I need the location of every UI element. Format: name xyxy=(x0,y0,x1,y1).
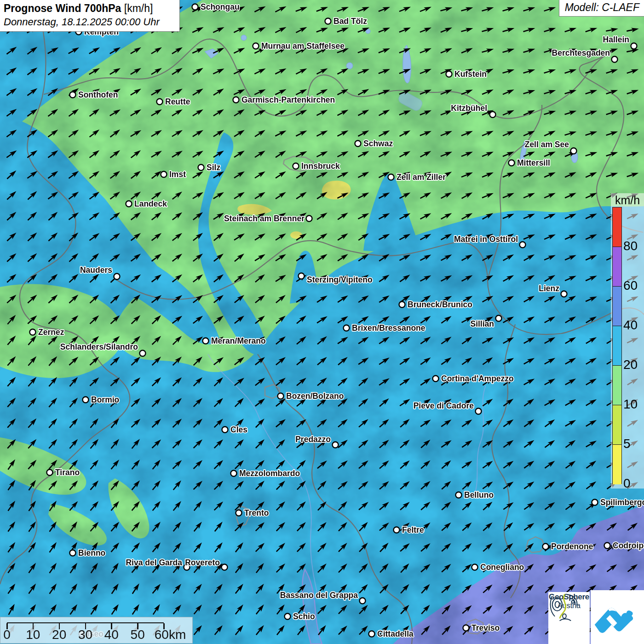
legend-color-bar xyxy=(612,207,622,484)
city-label: Pieve di Cadore xyxy=(414,401,474,410)
city-marker xyxy=(612,57,618,63)
geosphere-logo-box: GeoSphere Austria xyxy=(548,592,590,644)
city-marker xyxy=(140,351,146,356)
geosphere-contour-icon xyxy=(548,592,580,621)
city-marker xyxy=(433,376,439,382)
city-label: Tirano xyxy=(55,468,80,477)
city-marker xyxy=(157,99,163,105)
legend-segment xyxy=(613,326,621,366)
city-marker xyxy=(604,543,610,549)
city-label: Innsbruck xyxy=(301,161,340,171)
city-marker xyxy=(222,564,228,570)
legend-segment xyxy=(613,405,621,445)
city-label: Predazzo xyxy=(295,435,331,444)
city-label: Codroipo xyxy=(613,541,644,550)
city-marker xyxy=(231,471,237,477)
wind-map-canvas: SchongauBad TölzKemptenMurnau am Staffel… xyxy=(0,0,644,644)
scale-label: 10 xyxy=(26,627,40,642)
city-marker xyxy=(306,216,312,222)
city-marker xyxy=(476,408,482,414)
legend-segment xyxy=(613,366,621,405)
legend-segment xyxy=(613,247,621,287)
mountain-cloud-icon xyxy=(591,590,635,634)
city-label: Bormio xyxy=(91,395,119,404)
city-label: Kitzbühel xyxy=(451,104,487,113)
city-label: Riva del Garda xyxy=(126,558,182,567)
map-title-main: Prognose Wind 700hPa xyxy=(4,2,121,14)
lake-small xyxy=(241,35,247,40)
city-marker xyxy=(325,18,331,24)
city-marker xyxy=(520,242,526,248)
city-label: Conegliano xyxy=(480,563,524,572)
city-label: Cles xyxy=(230,425,247,434)
city-label: Bozen/Bolzano xyxy=(286,391,344,401)
scale-label: 50 xyxy=(131,627,145,642)
map-scale-bar: 0102030405060km xyxy=(0,617,193,644)
city-label: Nauders xyxy=(80,265,112,275)
scale-label: 0 xyxy=(3,627,11,642)
city-marker xyxy=(394,527,400,533)
city-label: Meran/Merano xyxy=(211,336,266,345)
city-label: Zernez xyxy=(38,328,64,337)
city-label: Silz xyxy=(207,163,220,172)
legend-tick-label: 40 xyxy=(623,318,638,333)
city-marker xyxy=(222,427,228,433)
city-label: Schlanders/Silandro xyxy=(60,342,138,351)
city-label: Zell am Ziller xyxy=(397,172,446,182)
city-marker xyxy=(114,274,120,280)
city-marker xyxy=(161,172,167,178)
city-label: Steinach am Brenner xyxy=(224,214,305,223)
legend-segment xyxy=(613,445,621,484)
scale-label: 20 xyxy=(52,627,66,642)
city-label: Reutte xyxy=(165,97,190,106)
city-marker xyxy=(333,442,339,448)
city-marker xyxy=(631,43,637,49)
city-marker xyxy=(192,4,198,10)
scale-label: 30 xyxy=(78,627,92,642)
city-label: Zell am See xyxy=(525,140,569,149)
legend-tick-label: 60 xyxy=(623,278,638,293)
legend-segment xyxy=(613,207,621,247)
city-marker xyxy=(496,316,502,322)
wind-speed-legend: km/h 806040201050 xyxy=(611,193,644,489)
city-marker xyxy=(592,500,598,506)
legend-tick-label: 5 xyxy=(623,437,631,451)
city-label: Trento xyxy=(244,508,269,518)
city-label: Schwaz xyxy=(363,139,393,148)
city-marker xyxy=(344,325,350,331)
city-marker xyxy=(490,112,496,118)
city-label: Bassano del Grappa xyxy=(280,591,358,600)
city-label: Pordenone xyxy=(551,542,593,551)
map-valid-time: Donnerstag, 18.12.2025 00:00 Uhr xyxy=(4,16,175,28)
city-marker xyxy=(355,141,361,147)
city-marker xyxy=(236,510,242,516)
city-marker xyxy=(472,564,478,570)
city-label: Matrei in Osttirol xyxy=(454,235,518,244)
city-label: Murnau am Staffelsee xyxy=(261,41,345,51)
partner-logo-box xyxy=(591,590,644,644)
city-label: Landeck xyxy=(134,199,167,208)
city-marker xyxy=(203,338,209,344)
legend-tick-label: 20 xyxy=(623,357,638,372)
lake-walchensee xyxy=(346,63,353,69)
city-label: Garmisch-Partenkirchen xyxy=(242,95,335,104)
city-marker xyxy=(388,174,394,180)
city-marker xyxy=(30,329,36,335)
city-label: Sterzing/Vipiteno xyxy=(307,275,373,284)
city-marker xyxy=(456,492,462,498)
city-marker xyxy=(369,631,375,637)
city-marker xyxy=(285,614,291,620)
city-label: Feltre xyxy=(402,525,424,535)
city-marker xyxy=(299,273,305,279)
city-label: Bad Tölz xyxy=(334,17,367,26)
scale-label: 40 xyxy=(104,627,119,642)
city-label: Schio xyxy=(293,612,315,621)
city-label: Schongau xyxy=(201,2,240,12)
city-label: Belluno xyxy=(464,490,494,500)
city-label: Bruneck/Brunico xyxy=(408,300,472,309)
city-label: Sonthofen xyxy=(78,90,118,99)
city-marker xyxy=(198,165,204,171)
city-label: Treviso xyxy=(472,623,500,632)
city-marker xyxy=(399,302,405,308)
map-title: Prognose Wind 700hPa [km/h] xyxy=(4,2,175,15)
